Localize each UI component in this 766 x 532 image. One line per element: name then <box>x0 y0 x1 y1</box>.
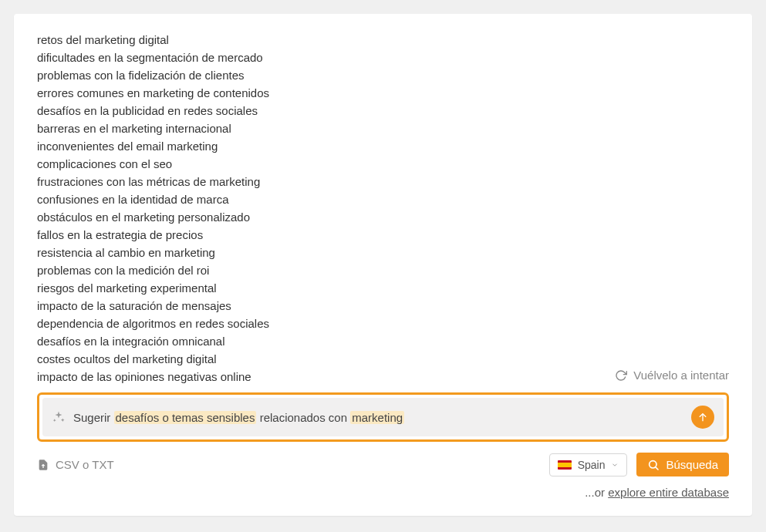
list-item: dificultades en la segmentación de merca… <box>37 49 729 66</box>
results-list: retos del marketing digitaldificultades … <box>37 31 729 386</box>
list-item: problemas con la fidelización de cliente… <box>37 66 729 84</box>
list-item: confusiones en la identidad de marca <box>37 190 729 208</box>
svg-line-1 <box>656 467 659 470</box>
list-item: fallos en la estrategia de precios <box>37 226 729 244</box>
main-panel: retos del marketing digitaldificultades … <box>14 14 752 516</box>
file-upload-icon <box>37 459 49 471</box>
chevron-down-icon <box>611 461 619 469</box>
country-select[interactable]: Spain <box>549 453 628 476</box>
bottom-row: CSV o TXT Spain Búsqueda <box>37 453 729 476</box>
flag-spain-icon <box>558 460 572 470</box>
explore-database-link[interactable]: explore entire database <box>608 486 729 499</box>
upload-label: CSV o TXT <box>56 458 114 471</box>
list-item: complicaciones con el seo <box>37 155 729 173</box>
right-controls: Spain Búsqueda <box>549 453 729 476</box>
list-item: dependencia de algoritmos en redes socia… <box>37 315 729 332</box>
list-item: resistencia al cambio en marketing <box>37 244 729 261</box>
submit-button[interactable] <box>691 406 714 429</box>
suggest-highlight-keyword: marketing <box>350 411 404 424</box>
refresh-icon <box>615 369 627 382</box>
list-item: impacto de la saturación de mensajes <box>37 297 729 315</box>
search-button[interactable]: Búsqueda <box>636 453 729 476</box>
list-item: desafíos en la publicidad en redes socia… <box>37 102 729 120</box>
list-item: costes ocultos del marketing digital <box>37 350 729 368</box>
list-item: inconvenientes del email marketing <box>37 137 729 155</box>
search-label: Búsqueda <box>666 458 718 471</box>
list-item: errores comunes en marketing de contenid… <box>37 84 729 102</box>
suggest-highlight-topic: desafíos o temas sensibles <box>114 411 257 424</box>
retry-label: Vuélvelo a intentar <box>633 369 729 382</box>
search-icon <box>647 459 660 471</box>
list-item: retos del marketing digital <box>37 31 729 49</box>
sparkle-icon <box>52 410 66 424</box>
list-item: frustraciones con las métricas de market… <box>37 173 729 190</box>
list-item: obstáculos en el marketing personalizado <box>37 208 729 226</box>
list-item: problemas con la medición del roi <box>37 261 729 279</box>
arrow-up-icon <box>697 411 709 423</box>
upload-link[interactable]: CSV o TXT <box>37 458 114 471</box>
retry-button[interactable]: Vuélvelo a intentar <box>615 369 729 382</box>
suggest-text: Sugerir desafíos o temas sensibles relac… <box>73 411 683 424</box>
explore-row: ...or explore entire database <box>37 486 729 499</box>
list-item: riesgos del marketing experimental <box>37 279 729 297</box>
list-item: desafíos en la integración omnicanal <box>37 332 729 350</box>
suggest-input[interactable]: Sugerir desafíos o temas sensibles relac… <box>42 398 724 436</box>
country-label: Spain <box>578 459 606 471</box>
list-item: barreras en el marketing internacional <box>37 120 729 137</box>
suggest-box-outline: Sugerir desafíos o temas sensibles relac… <box>37 392 729 442</box>
